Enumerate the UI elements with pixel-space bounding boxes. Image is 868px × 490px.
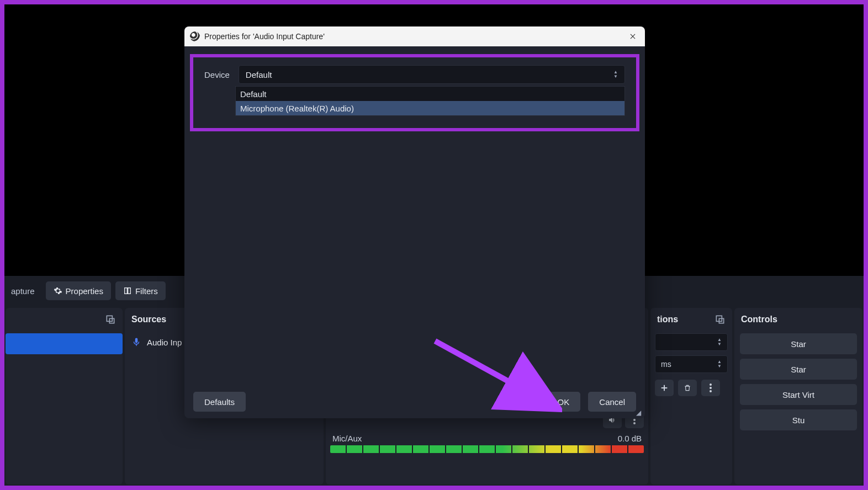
audio-meter bbox=[330, 445, 644, 453]
transition-more-button[interactable] bbox=[701, 380, 720, 396]
filters-label: Filters bbox=[135, 286, 158, 296]
microphone-icon bbox=[131, 337, 141, 347]
plus-icon bbox=[660, 384, 669, 392]
close-icon bbox=[629, 33, 637, 40]
svg-point-6 bbox=[633, 422, 636, 424]
svg-rect-0 bbox=[125, 288, 128, 294]
kebab-icon bbox=[710, 384, 712, 392]
mixer-track-name: Mic/Aux bbox=[332, 434, 362, 443]
transitions-panel: tions ▲▼ ms▲▼ bbox=[650, 308, 732, 484]
start-streaming-button[interactable]: Star bbox=[740, 333, 857, 354]
svg-rect-1 bbox=[128, 288, 131, 294]
defaults-button[interactable]: Defaults bbox=[193, 392, 246, 412]
transitions-header: tions bbox=[657, 315, 678, 324]
popout-icon[interactable] bbox=[105, 314, 116, 325]
mixer-row: Mic/Aux 0.0 dB bbox=[330, 434, 644, 453]
svg-point-10 bbox=[710, 387, 712, 389]
transition-duration[interactable]: ms▲▼ bbox=[655, 355, 728, 373]
filters-button[interactable]: Filters bbox=[115, 281, 166, 300]
device-selected-value: Default bbox=[246, 70, 272, 79]
properties-label: Properties bbox=[66, 286, 103, 296]
scenes-panel bbox=[6, 308, 123, 484]
scene-item[interactable] bbox=[6, 333, 123, 354]
device-dropdown: Default Microphone (Realtek(R) Audio) bbox=[235, 86, 625, 116]
titlebar[interactable]: Properties for 'Audio Input Capture' bbox=[184, 26, 645, 46]
controls-header: Controls bbox=[741, 315, 777, 324]
device-highlight: Device Default ▲▼ Default Microphone (Re… bbox=[190, 54, 639, 131]
sources-header: Sources bbox=[131, 315, 166, 324]
source-item-label: Audio Inp bbox=[147, 338, 182, 347]
device-label: Device bbox=[204, 70, 230, 79]
close-button[interactable] bbox=[626, 30, 639, 43]
properties-dialog: Properties for 'Audio Input Capture' Dev… bbox=[184, 26, 645, 418]
gear-icon bbox=[54, 286, 62, 295]
dialog-title: Properties for 'Audio Input Capture' bbox=[204, 32, 325, 41]
resize-grip-icon[interactable]: ◢ bbox=[636, 409, 643, 416]
device-select[interactable]: Default ▲▼ bbox=[239, 65, 625, 84]
selected-source-label: apture bbox=[4, 286, 41, 296]
popout-icon[interactable] bbox=[714, 314, 726, 325]
svg-point-11 bbox=[710, 390, 712, 392]
filters-icon bbox=[123, 286, 132, 295]
mixer-db-value: 0.0 dB bbox=[618, 434, 642, 443]
trash-icon bbox=[684, 384, 691, 392]
device-option-default[interactable]: Default bbox=[236, 87, 624, 101]
start-virtualcam-button[interactable]: Start Virt bbox=[740, 384, 857, 405]
transition-select[interactable]: ▲▼ bbox=[655, 333, 728, 351]
add-transition-button[interactable] bbox=[655, 380, 674, 396]
dialog-footer: Defaults OK Cancel bbox=[184, 385, 645, 418]
controls-panel: Controls Star Star Start Virt Stu bbox=[734, 308, 862, 484]
ok-button[interactable]: OK bbox=[547, 392, 581, 412]
svg-point-5 bbox=[633, 419, 636, 421]
delete-transition-button[interactable] bbox=[678, 380, 697, 396]
duration-unit: ms bbox=[661, 360, 671, 369]
device-option-realtek[interactable]: Microphone (Realtek(R) Audio) bbox=[236, 101, 624, 115]
studio-mode-button[interactable]: Stu bbox=[740, 409, 857, 430]
updown-icon: ▲▼ bbox=[613, 70, 618, 79]
obs-logo-icon bbox=[190, 31, 200, 41]
start-recording-button[interactable]: Star bbox=[740, 359, 857, 380]
cancel-button[interactable]: Cancel bbox=[588, 392, 636, 412]
svg-point-9 bbox=[710, 384, 712, 386]
source-toolbar: apture Properties Filters bbox=[4, 279, 166, 302]
properties-button[interactable]: Properties bbox=[46, 281, 111, 300]
